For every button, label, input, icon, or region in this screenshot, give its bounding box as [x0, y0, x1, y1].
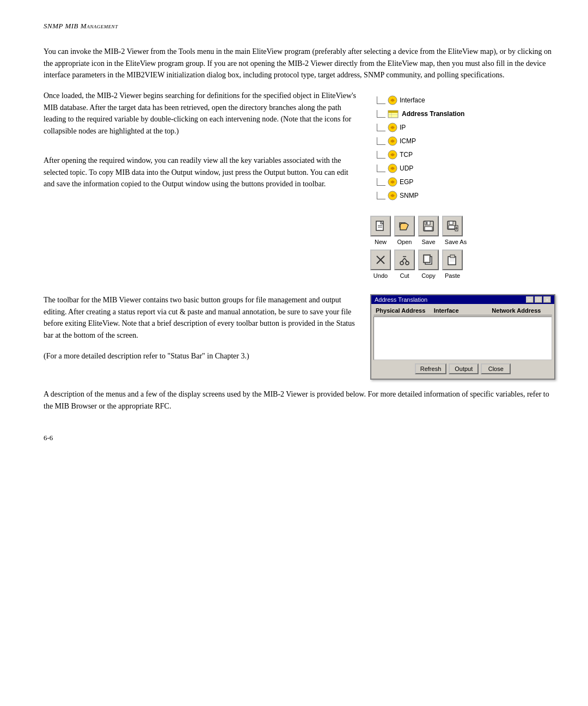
- svg-point-36: [406, 261, 409, 265]
- new-icon: [375, 220, 387, 232]
- toolbar-labels-row-1: New Open Save Save As: [370, 239, 469, 245]
- mib-tree-item-icmp: ICMP: [377, 136, 464, 146]
- minimize-button[interactable]: ─: [526, 296, 534, 303]
- open-icon: [399, 220, 411, 232]
- mib-tree-item-address-translation: Address Translation: [377, 109, 464, 119]
- close-button[interactable]: ×: [543, 296, 551, 303]
- save-icon: [422, 220, 434, 232]
- table-header: Physical Address Interface Network Addre…: [373, 306, 552, 315]
- toolbar-row-1: [370, 216, 469, 236]
- svg-rect-25: [425, 227, 432, 230]
- ip-icon: [388, 123, 397, 132]
- svg-point-1: [391, 99, 394, 102]
- table-body: [373, 317, 552, 360]
- svg-rect-28: [449, 221, 453, 224]
- mib-tree-item-udp: UDP: [377, 163, 464, 173]
- svg-point-11: [391, 154, 394, 156]
- mib-tree: Interface Address Translation: [370, 90, 471, 206]
- tcp-icon: [388, 150, 397, 160]
- save-as-button[interactable]: [442, 216, 463, 236]
- paste-label: Paste: [442, 272, 463, 279]
- output-button[interactable]: Output: [449, 363, 479, 374]
- udp-label: UDP: [400, 165, 413, 172]
- mib-tree-item-tcp: TCP: [377, 150, 464, 160]
- undo-label: Undo: [370, 272, 391, 279]
- page-number: 6-6: [44, 434, 555, 442]
- ip-label: IP: [400, 124, 406, 131]
- svg-rect-42: [425, 256, 429, 261]
- interface-label: Interface: [400, 96, 425, 104]
- header-title: SNMP MIB Management: [44, 22, 118, 30]
- two-column-section-2: The toolbar for the MIB Viewer contains …: [44, 294, 555, 380]
- dialog-content: Physical Address Interface Network Addre…: [371, 304, 554, 379]
- mib-tree-item-egp: EGP: [377, 177, 464, 187]
- save-as-label: Save As: [442, 239, 469, 245]
- svg-line-38: [405, 258, 407, 261]
- copy-button[interactable]: [418, 249, 439, 270]
- copy-icon: [422, 254, 434, 266]
- close-dialog-button[interactable]: Close: [481, 363, 511, 374]
- svg-point-15: [391, 181, 394, 184]
- open-label: Open: [394, 239, 415, 245]
- dialog-title: Address Translation: [375, 296, 427, 303]
- paragraph-6: A description of the menus and a few of …: [44, 388, 555, 412]
- paste-icon: [446, 254, 458, 266]
- svg-rect-3: [388, 111, 398, 113]
- address-translation-icon: [388, 109, 400, 119]
- text-column-1: Once loaded, the MIB-2 Viewer begins sea…: [44, 90, 359, 285]
- toolbar-area: New Open Save Save As: [370, 216, 469, 281]
- undo-icon: [375, 254, 387, 266]
- address-translation-dialog: Address Translation ─ □ × Physical Addre…: [370, 294, 555, 380]
- tcp-label: TCP: [400, 151, 413, 159]
- mib-tree-item-ip: IP: [377, 123, 464, 132]
- paragraph-4: The toolbar for the MIB Viewer contains …: [44, 294, 359, 342]
- svg-point-17: [391, 194, 394, 197]
- paragraph-2: Once loaded, the MIB-2 Viewer begins sea…: [44, 90, 359, 137]
- egp-icon: [388, 177, 397, 187]
- col-physical: Physical Address: [376, 307, 434, 314]
- open-button[interactable]: [394, 216, 415, 236]
- mib-tree-item-snmp: SNMP: [377, 191, 464, 200]
- svg-point-35: [400, 261, 403, 265]
- svg-point-7: [391, 126, 394, 129]
- svg-point-9: [391, 140, 394, 143]
- paragraph-3: After opening the required window, you c…: [44, 155, 359, 190]
- save-label: Save: [418, 239, 439, 245]
- dialog-controls: ─ □ ×: [526, 296, 551, 303]
- dialog-buttons: Refresh Output Close: [373, 361, 552, 376]
- svg-rect-44: [450, 255, 455, 258]
- new-button[interactable]: [370, 216, 391, 236]
- icmp-label: ICMP: [400, 137, 416, 145]
- page-header: SNMP MIB Management: [44, 22, 555, 31]
- image-column-2: Address Translation ─ □ × Physical Addre…: [370, 294, 555, 380]
- maximize-button[interactable]: □: [535, 296, 542, 303]
- save-button[interactable]: [418, 216, 439, 236]
- save-as-icon: [446, 220, 458, 232]
- two-column-section-1: Once loaded, the MIB-2 Viewer begins sea…: [44, 90, 555, 285]
- interface-icon: [388, 95, 397, 105]
- cut-button[interactable]: [394, 249, 415, 270]
- toolbar-labels-row-2: Undo Cut Copy Paste: [370, 272, 469, 279]
- text-column-2: The toolbar for the MIB Viewer contains …: [44, 294, 359, 380]
- egp-label: EGP: [400, 178, 413, 186]
- paste-button[interactable]: [442, 249, 463, 270]
- cut-icon: [399, 254, 411, 266]
- undo-button[interactable]: [370, 249, 391, 270]
- mib-tree-item-interface: Interface: [377, 95, 464, 105]
- svg-rect-29: [449, 226, 455, 229]
- refresh-button[interactable]: Refresh: [415, 363, 447, 374]
- snmp-icon: [388, 191, 397, 200]
- cut-label: Cut: [394, 272, 415, 279]
- svg-line-37: [402, 258, 405, 261]
- toolbar-row-2: [370, 249, 469, 270]
- copy-label: Copy: [418, 272, 439, 279]
- svg-point-13: [391, 167, 394, 170]
- udp-icon: [388, 163, 397, 173]
- snmp-label: SNMP: [400, 192, 419, 199]
- new-label: New: [370, 239, 391, 245]
- paragraph-5: (For a more detailed description refer t…: [44, 350, 359, 362]
- col-network: Network Address: [492, 307, 550, 314]
- svg-rect-26: [426, 222, 427, 224]
- paragraph-1: You can invoke the MIB-2 Viewer from the…: [44, 46, 555, 81]
- dialog-title-bar: Address Translation ─ □ ×: [371, 295, 554, 304]
